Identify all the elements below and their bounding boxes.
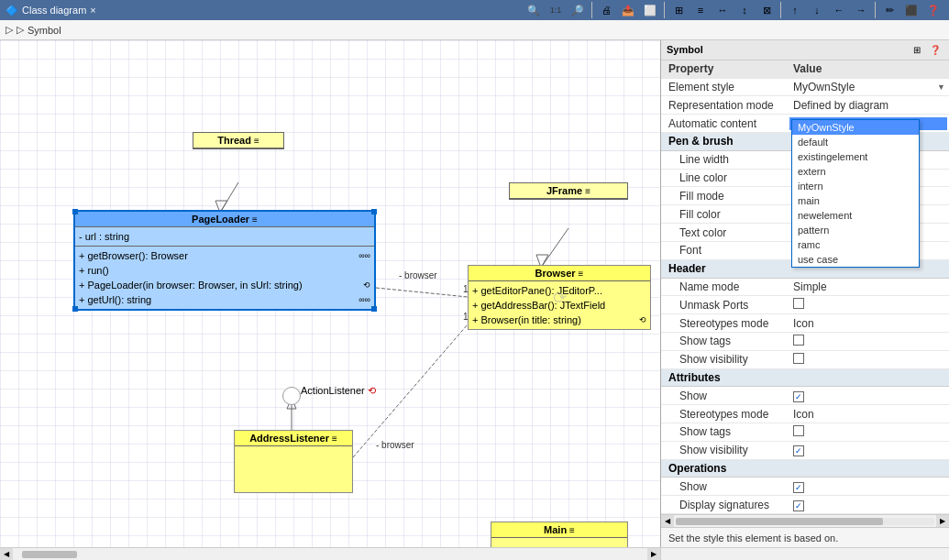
hscroll-left[interactable]: ◀	[661, 515, 674, 528]
dropdown-item-usecase[interactable]: use case	[792, 252, 919, 267]
class-addresslistener[interactable]: AddressListener ≡	[234, 430, 353, 493]
representation-mode-row[interactable]: Representation mode Defined by diagram	[661, 96, 949, 115]
class-browser[interactable]: Browser ≡ + getEditorPane(): JEditorP...…	[468, 265, 651, 330]
stereotypes-mode-row[interactable]: Stereotypes mode Icon	[661, 314, 949, 333]
canvas-hscroll-thumb[interactable]	[22, 551, 77, 558]
dist-h-button[interactable]: ↔	[712, 1, 733, 19]
sel-handle-tl[interactable]	[72, 209, 78, 214]
unmask-ports-value[interactable]	[789, 298, 949, 312]
show-visibility-attr-checkbox[interactable]	[793, 445, 804, 456]
browser-method-3: + Browser(in title: string) ⟲	[472, 313, 646, 327]
dropdown-item-main[interactable]: main	[792, 193, 919, 208]
prop-hscroll[interactable]: ◀ ▶	[661, 514, 949, 527]
jframe-icon: ≡	[585, 186, 590, 196]
class-thread[interactable]: Thread ≡	[193, 132, 284, 149]
display-signatures-value[interactable]	[789, 499, 949, 511]
breadcrumb-arrow[interactable]: ▷	[6, 24, 13, 36]
element-style-value[interactable]: MyOwnStyle ▼	[789, 81, 949, 93]
show-tags-header-row[interactable]: Show tags	[661, 333, 949, 351]
sel-handle-tr[interactable]	[371, 209, 377, 214]
dropdown-item-intern[interactable]: intern	[792, 179, 919, 193]
pageloader-header: PageLoader ≡	[75, 212, 374, 227]
display-signatures-label: Display signatures	[661, 499, 789, 511]
show-tags-attr-row[interactable]: Show tags	[661, 423, 949, 442]
zoom-reset-button[interactable]: 1:1	[546, 1, 566, 19]
show-attr-row[interactable]: Show	[661, 387, 949, 405]
stereotypes-mode-attr-row[interactable]: Stereotypes mode Icon	[661, 405, 949, 423]
align-right-button[interactable]: ≡	[690, 1, 711, 19]
help-button[interactable]: ❓	[923, 1, 943, 19]
name-mode-row[interactable]: Name mode Simple	[661, 279, 949, 297]
zoom-in-button[interactable]: 🔎	[568, 1, 588, 19]
unmask-ports-checkbox[interactable]	[793, 298, 804, 309]
fill-mode-label: Fill mode	[661, 190, 789, 203]
sel-handle-br[interactable]	[371, 306, 377, 312]
panel-grid-button[interactable]: ⊞	[909, 41, 925, 58]
class-pageloader[interactable]: PageLoader ≡ - url : string + getBrowser…	[73, 210, 376, 311]
dropdown-item-ramc[interactable]: ramc	[792, 237, 919, 252]
element-style-row[interactable]: Element style MyOwnStyle ▼	[661, 79, 949, 97]
browser-header: Browser ≡	[469, 266, 650, 281]
hscroll-right[interactable]: ▶	[936, 515, 949, 528]
breadcrumb: ▷ ▷ Symbol	[0, 20, 949, 40]
element-style-arrow[interactable]: ▼	[937, 82, 945, 92]
fill-button[interactable]: ⬛	[901, 1, 921, 19]
show-tags-header-value[interactable]	[789, 335, 949, 348]
show-visibility-header-row[interactable]: Show visibility	[661, 351, 949, 369]
canvas-hscroll-left[interactable]: ◀	[0, 548, 13, 561]
align-left-button[interactable]: ⊞	[668, 1, 689, 19]
addresslistener-body	[235, 446, 352, 492]
show-visibility-attr-row[interactable]: Show visibility	[661, 442, 949, 460]
export-button[interactable]: 📤	[618, 1, 638, 19]
dropdown-item-myownstyle[interactable]: MyOwnStyle	[792, 120, 919, 135]
print-button[interactable]: 🖨	[596, 1, 616, 19]
dropdown-item-extern[interactable]: extern	[792, 164, 919, 179]
move-down-button[interactable]: ↓	[807, 1, 827, 19]
dropdown-item-default[interactable]: default	[792, 135, 919, 149]
dropdown-item-newelement[interactable]: newelement	[792, 208, 919, 223]
dist-v-button[interactable]: ↕	[734, 1, 755, 19]
move-up-button[interactable]: ↑	[785, 1, 805, 19]
class-jframe[interactable]: JFrame ≡	[509, 182, 628, 200]
dropdown-item-existingelement[interactable]: existingelement	[792, 149, 919, 164]
hscroll-track[interactable]	[676, 518, 934, 525]
move-left-button[interactable]: ←	[829, 1, 849, 19]
panel-help-button[interactable]: ❓	[927, 41, 943, 58]
unmask-ports-row[interactable]: Unmask Ports	[661, 296, 949, 314]
show-attr-value[interactable]	[789, 390, 949, 402]
pen-button[interactable]: ✏	[879, 1, 899, 19]
display-signatures-checkbox[interactable]	[793, 500, 804, 511]
diagram-canvas[interactable]: - browser 1 - browser 1 Thread ≡	[0, 40, 660, 547]
fit-button[interactable]: ⊠	[756, 1, 777, 19]
zoom-out-button[interactable]: 🔍	[524, 1, 544, 19]
layout-button[interactable]: ⬜	[640, 1, 660, 19]
canvas-hscroll-track[interactable]: ◀ ▶	[0, 547, 660, 560]
toolbar-sep-2	[664, 2, 665, 18]
show-ops-checkbox[interactable]	[793, 482, 804, 493]
class-main[interactable]: Main ≡	[491, 522, 628, 547]
class-diagram-icon: 🔷	[6, 5, 18, 16]
jframe-name: JFrame	[546, 185, 582, 196]
style-dropdown[interactable]: MyOwnStyle default existingelement exter…	[791, 119, 920, 268]
col-value-label: Value	[789, 62, 949, 75]
show-tags-header-checkbox[interactable]	[793, 335, 804, 346]
show-visibility-header-checkbox[interactable]	[793, 353, 804, 364]
representation-mode-value: Defined by diagram	[789, 99, 949, 112]
canvas-hscroll-right[interactable]: ▶	[647, 548, 660, 561]
dropdown-item-pattern[interactable]: pattern	[792, 223, 919, 237]
show-attr-checkbox[interactable]	[793, 391, 804, 402]
show-ops-row[interactable]: Show	[661, 478, 949, 496]
main-header: Main ≡	[491, 522, 627, 538]
line-width-label: Line width	[661, 153, 789, 166]
move-right-button[interactable]: →	[851, 1, 871, 19]
actionlistener-circle[interactable]	[282, 387, 301, 405]
show-visibility-header-value[interactable]	[789, 353, 949, 367]
sel-handle-bl[interactable]	[72, 306, 78, 312]
show-tags-attr-value[interactable]	[789, 425, 949, 439]
show-tags-attr-checkbox[interactable]	[793, 425, 804, 436]
show-ops-value[interactable]	[789, 480, 949, 493]
show-visibility-attr-value[interactable]	[789, 444, 949, 456]
display-signatures-row[interactable]: Display signatures	[661, 496, 949, 514]
tab-close-icon[interactable]: ×	[90, 5, 95, 16]
hscroll-thumb[interactable]	[676, 518, 883, 525]
